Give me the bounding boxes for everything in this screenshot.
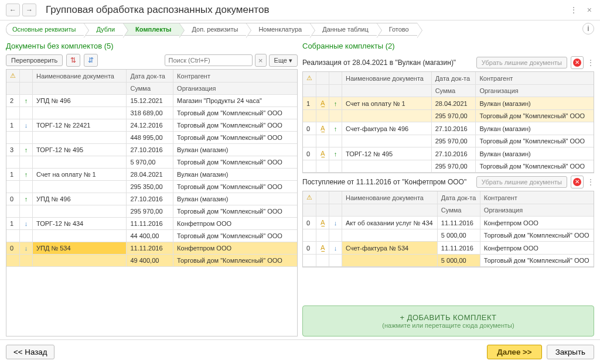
close-icon[interactable]: × xyxy=(585,5,594,15)
table-row[interactable]: 0A̲↑ТОРГ-12 № 49527.10.2016Вулкан (магаз… xyxy=(303,147,594,160)
more-button[interactable]: Еще ▾ xyxy=(269,54,298,67)
table-row[interactable]: 2↑УПД № 49615.12.2021Магазин "Продукты 2… xyxy=(6,95,297,107)
breadcrumb: Основные реквизиты Дубли Комплекты Доп. … xyxy=(0,20,600,38)
set-menu-icon[interactable]: ⋮ xyxy=(587,59,594,67)
nav-forward-button[interactable]: → xyxy=(22,4,36,16)
info-icon[interactable]: i xyxy=(582,23,594,35)
recheck-button[interactable]: Перепроверить xyxy=(6,54,63,66)
table-row[interactable]: 0A̲↓Счет-фактура № 53411.11.2016Конфетпр… xyxy=(303,242,594,255)
table-row[interactable]: 1↓ТОРГ-12 № 2242124.12.2016Торговый дом … xyxy=(6,119,297,132)
table-row[interactable]: 0↑УПД № 49627.10.2016Вулкан (магазин) xyxy=(6,193,297,205)
col-date[interactable]: Дата док-та xyxy=(127,70,173,83)
warning-icon: ⚠ xyxy=(10,72,16,79)
table-row[interactable]: 0↓УПД № 53411.11.2016Конфетпром ООО xyxy=(6,242,297,255)
page-title: Групповая обработка распознанных докумен… xyxy=(46,4,269,16)
left-grid[interactable]: ⚠ Наименование документа Дата док-та Кон… xyxy=(6,69,298,336)
table-row-sub[interactable]: 295 970,00Торговый дом "Комплексный" ООО xyxy=(303,160,594,173)
search-input[interactable] xyxy=(165,54,253,66)
set-menu-icon[interactable]: ⋮ xyxy=(587,178,594,186)
table-row-sub[interactable]: 318 689,00Торговый дом "Комплексный" ООО xyxy=(6,107,297,119)
table-row-sub[interactable]: 295 970,00Торговый дом "Комплексный" ООО xyxy=(303,135,594,147)
table-row-sub[interactable]: 5 970,00Торговый дом "Комплексный" ООО xyxy=(6,156,297,169)
remove-extra-button[interactable]: Убрать лишние документы xyxy=(476,176,567,188)
crumb-tables[interactable]: Данные таблиц xyxy=(310,23,377,36)
col-org[interactable]: Организация xyxy=(173,83,297,95)
sort-desc-icon[interactable]: ⇵ xyxy=(84,54,98,67)
crumb-extra[interactable]: Доп. реквизиты xyxy=(179,23,246,36)
set-title: Поступление от 11.11.2016 от "Конфетпром… xyxy=(302,178,473,186)
delete-set-button[interactable]: ✕ xyxy=(571,176,584,188)
remove-extra-button[interactable]: Убрать лишние документы xyxy=(476,57,567,68)
add-set-button[interactable]: + ДОБАВИТЬ КОМПЛЕКТ (нажмите или перетащ… xyxy=(302,305,594,336)
set-title: Реализация от 28.04.2021 в "Вулкан (мага… xyxy=(302,59,473,67)
table-row[interactable]: 0A̲↑Счет-фактура № 49627.10.2016Вулкан (… xyxy=(303,122,594,135)
table-row-sub[interactable]: 295 350,00Торговый дом "Комплексный" ООО xyxy=(6,181,297,193)
crumb-main[interactable]: Основные реквизиты xyxy=(6,23,84,36)
right-heading: Собранные комплекты (2) xyxy=(302,38,594,54)
crumb-nom[interactable]: Номенклатура xyxy=(246,23,310,36)
table-row-sub[interactable]: 44 400,00Торговый дом "Комплексный" ООО xyxy=(6,230,297,242)
crumb-dup[interactable]: Дубли xyxy=(84,23,123,36)
table-row[interactable]: 1A̲↑Счет на оплату № 128.04.2021Вулкан (… xyxy=(303,97,594,110)
table-row-sub[interactable]: 448 995,00Торговый дом "Комплексный" ООО xyxy=(6,132,297,144)
table-row-sub[interactable]: 5 000,00Торговый дом "Комплексный" ООО xyxy=(303,229,594,242)
col-cparty[interactable]: Контрагент xyxy=(173,70,297,83)
table-row[interactable]: 3↑ТОРГ-12 № 49527.10.2016Вулкан (магазин… xyxy=(6,144,297,156)
table-row[interactable]: 0A̲↓Акт об оказании услуг № 43411.11.201… xyxy=(303,217,594,229)
menu-icon[interactable]: ⋮ xyxy=(567,5,580,15)
table-row-sub[interactable]: 49 400,00Торговый дом "Комплексный" ООО xyxy=(6,255,297,267)
table-row[interactable]: 1↑Счет на оплату № 128.04.2021Вулкан (ма… xyxy=(6,169,297,181)
table-row-sub[interactable]: 295 970,00Торговый дом "Комплексный" ООО xyxy=(6,205,297,218)
sort-asc-icon[interactable]: ⇅ xyxy=(66,54,80,67)
delete-set-button[interactable]: ✕ xyxy=(571,56,584,69)
next-button[interactable]: Далее >> xyxy=(487,345,541,359)
table-row-sub[interactable]: 5 000,00Торговый дом "Комплексный" ООО xyxy=(303,255,594,267)
back-button[interactable]: << Назад xyxy=(6,345,54,359)
crumb-sets[interactable]: Комплекты xyxy=(123,23,179,36)
table-row-sub[interactable]: 295 970,00Торговый дом "Комплексный" ООО xyxy=(303,110,594,122)
nav-back-button[interactable]: ← xyxy=(6,4,20,16)
col-sum[interactable]: Сумма xyxy=(127,83,173,95)
close-button[interactable]: Закрыть xyxy=(547,345,594,359)
col-name[interactable]: Наименование документа xyxy=(33,70,127,83)
clear-search-button[interactable]: × xyxy=(255,54,267,67)
crumb-done[interactable]: Готово xyxy=(377,23,417,36)
table-row[interactable]: 1↓ТОРГ-12 № 43411.11.2016Конфетпром ООО xyxy=(6,218,297,230)
left-heading: Документы без комплектов (5) xyxy=(6,38,298,54)
